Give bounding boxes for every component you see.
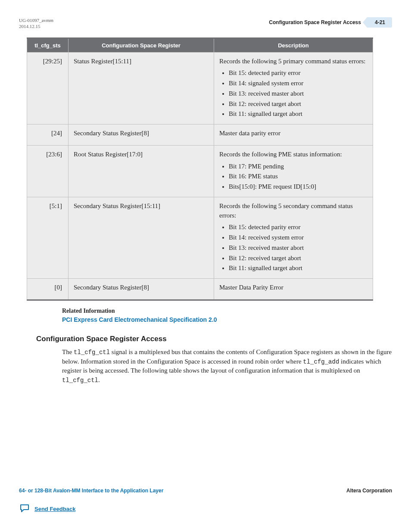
send-feedback-link[interactable]: Send Feedback [19,503,392,515]
table-row: [29:25]Status Register[15:11]Records the… [27,52,373,124]
section-paragraph: The tl_cfg_ctl signal is a multiplexed b… [62,348,392,385]
doc-id: UG-01097_avmm [19,17,53,23]
para-text: . [98,376,100,383]
table-row: [24]Secondary Status Register[8]Master d… [27,124,373,146]
desc-bullet: Bit 11: signalled target abort [229,264,367,273]
running-title: Configuration Space Register Access [269,19,367,25]
cell-bits: [0] [27,279,68,300]
doc-date: 2014.12.15 [19,23,53,29]
page-header: UG-01097_avmm 2014.12.15 Configuration S… [19,17,392,30]
footer-doc-title-link[interactable]: 64- or 128-Bit Avalon-MM Interface to th… [19,488,163,494]
cell-bits: [24] [27,124,68,146]
register-table: tl_cfg_sts Configuration Space Register … [27,37,373,301]
desc-bullet: Bit 17: PME pending [229,162,367,171]
footer-company: Altera Corporation [346,488,392,494]
desc-bullet-list: Bit 15: detected parity errorBit 14: sig… [219,68,367,119]
section-heading: Configuration Space Register Access [36,335,392,343]
page-number-badge: 4-21 [367,17,392,28]
cell-description: Records the following 5 primary command … [214,52,373,124]
page-footer: 64- or 128-Bit Avalon-MM Interface to th… [19,488,392,515]
col-header-register: Configuration Space Register [68,38,214,52]
col-header-bits: tl_cfg_sts [27,38,68,52]
desc-bullet: Bits[15:0]: PME request ID[15:0] [229,182,367,192]
col-header-description: Description [214,38,373,52]
header-right: Configuration Space Register Access 4-21 [269,17,392,28]
doc-meta: UG-01097_avmm 2014.12.15 [19,17,53,30]
desc-lead: Records the following 5 primary command … [219,57,367,66]
cell-register: Status Register[15:11] [68,52,214,124]
send-feedback-label: Send Feedback [34,506,75,512]
desc-bullet: Bit 12: received target abort [229,254,367,263]
cell-description: Records the following 5 secondary comman… [214,197,373,278]
desc-bullet: Bit 14: signaled system error [229,79,367,88]
desc-lead: Master Data Parity Error [219,283,367,292]
cell-bits: [5:1] [27,197,68,278]
related-info-label: Related Information [62,308,392,314]
desc-bullet: Bit 15: detected parity error [229,223,367,232]
cell-description: Master data parity error [214,124,373,146]
cell-bits: [29:25] [27,52,68,124]
cell-description: Master Data Parity Error [214,279,373,300]
cell-register: Secondary Status Register[8] [68,124,214,146]
desc-bullet: Bit 16: PME status [229,172,367,181]
desc-lead: Records the following PME status informa… [219,150,367,159]
desc-bullet: Bit 13: received master abort [229,243,367,253]
code-inline: tl_cfg_ctl [74,349,110,356]
related-info-link[interactable]: PCI Express Card Electromechanical Speci… [62,316,217,323]
cell-register: Secondary Status Register[15:11] [68,197,214,278]
desc-bullet: Bit 15: detected parity error [229,68,367,78]
cell-register: Secondary Status Register[8] [68,279,214,300]
desc-bullet: Bit 12: received target abort [229,100,367,109]
desc-lead: Records the following 5 secondary comman… [219,202,367,221]
cell-bits: [23:6] [27,145,68,197]
code-inline: tl_cfg_add [303,358,339,365]
cell-description: Records the following PME status informa… [214,145,373,197]
desc-bullet-list: Bit 17: PME pendingBit 16: PME statusBit… [219,162,367,192]
desc-bullet: Bit 13: received master abort [229,89,367,99]
code-inline: tl_cfg_ctl [62,377,98,384]
para-text: The [62,348,74,355]
comment-icon [19,503,30,515]
desc-lead: Master data parity error [219,129,367,138]
table-row: [5:1]Secondary Status Register[15:11]Rec… [27,197,373,278]
cell-register: Root Status Register[17:0] [68,145,214,197]
desc-bullet-list: Bit 15: detected parity errorBit 14: rec… [219,223,367,273]
desc-bullet: Bit 14: received system error [229,233,367,243]
related-info: Related Information PCI Express Card Ele… [62,308,392,324]
table-row: [23:6]Root Status Register[17:0]Records … [27,145,373,197]
table-row: [0]Secondary Status Register[8]Master Da… [27,279,373,300]
desc-bullet: Bit 11: signalled target abort [229,109,367,119]
